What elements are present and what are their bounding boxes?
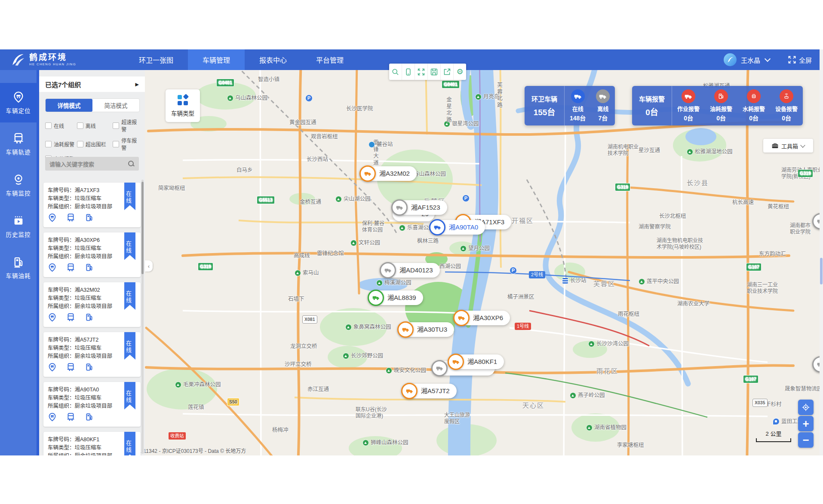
org-selector[interactable]: 已选7个组织 ▶ [39,76,145,92]
locate-button[interactable] [798,400,814,415]
vehicle-marker[interactable]: 湘A90TA0 [430,220,485,235]
search-input[interactable]: 请输入关键字搜索 [45,157,139,171]
nav-item-report-center[interactable]: 报表中心 [245,49,301,70]
map-label-place: 观音岩枢纽 [311,134,338,140]
offline-label: 离线 [597,104,608,113]
car-pin-icon[interactable] [48,412,57,422]
toolbox-button[interactable]: 工具箱 [763,139,813,153]
fullscreen-button[interactable]: 全屏 [788,55,812,64]
fuel-pump-icon[interactable] [85,363,94,372]
mobile-icon[interactable] [402,64,415,80]
car-pin-icon[interactable] [48,263,57,272]
map-label-park: 象鼻窝森林公园 [345,324,391,330]
zoom-in-button[interactable]: + [798,416,814,431]
bus-icon[interactable] [66,313,75,322]
search-icon[interactable] [128,160,135,167]
vehicle-marker[interactable]: 湘A57JT2 [402,384,457,398]
park-icon [335,196,342,202]
settings-gear-icon[interactable]: ⚙ [454,64,466,80]
vehicle-marker[interactable]: 湘A30XP6 [454,311,510,325]
save-icon[interactable] [428,64,441,80]
vehicle-card[interactable]: 车牌号码：湘A57JT2 车辆类型：垃圾压缩车 所属组织：厨余垃圾项目部 在线 [43,332,141,377]
park-icon [588,341,595,347]
car-pin-icon[interactable] [48,363,57,372]
vehicle-marker[interactable]: 湘A80KF1 [448,354,504,369]
vehicle-card[interactable]: 车牌号码：湘A30XP6 车辆类型：垃圾压缩车 所属组织：厨余垃圾项目部 在线 [43,232,141,277]
vehicle-type-button[interactable]: 车辆类型 [166,89,200,122]
park-icon [687,149,693,155]
park-icon [399,225,405,231]
filter-fence-alarm[interactable]: 超出围栏 [77,137,113,151]
checkbox[interactable] [113,122,119,129]
vehicle-marker[interactable]: 湘AF1523 [392,200,447,215]
fuel-pump-icon[interactable] [85,263,94,272]
park-icon [175,382,181,388]
filter-label: 在线 [54,122,64,129]
sidebar-item-vehicle-location[interactable]: 车辆定位 [0,83,37,122]
bus-icon[interactable] [66,412,75,422]
bus-icon[interactable] [66,213,75,222]
fuel-pump-icon[interactable] [85,213,94,222]
vehicle-marker[interactable]: 湘A30TU3 [398,322,454,337]
video-play-icon [12,215,25,227]
bus-icon[interactable] [66,363,75,372]
map-label-park: 湖南省植物园 [586,425,626,431]
filter-online[interactable]: 在线 [45,118,77,133]
expand-icon[interactable] [415,64,428,80]
online-count: 148台 [570,113,586,122]
car-pin-icon[interactable] [48,213,57,222]
nav-item-vehicle-management[interactable]: 车辆管理 [188,49,245,70]
alarm-count: 0台 [782,113,791,122]
vehicle-marker[interactable]: 湘AL8839 [369,290,423,305]
nav-item-platform-management[interactable]: 平台管理 [301,49,358,70]
avatar[interactable] [724,53,737,66]
vehicle-card[interactable]: 车牌号码：湘A71XF3 车辆类型：垃圾压缩车 所属组织：厨余垃圾项目部 在线 [43,183,141,227]
checkbox[interactable] [77,122,83,129]
zoom-search-icon[interactable] [389,64,402,80]
panel-collapse-button[interactable]: ‹ [145,260,153,272]
checkbox[interactable] [113,141,119,147]
nav-item-overview-map[interactable]: 环卫一张图 [124,49,188,70]
vehicle-card[interactable]: 车牌号码：湘A80KF1 车辆类型：垃圾压缩车 所属组织：厨余垃圾项目部 在线 [43,432,141,455]
fuel-pump-icon[interactable] [85,313,94,322]
zoom-out-button[interactable]: − [798,432,814,448]
map-label-place: 长沙医学院 [346,106,373,112]
checkbox[interactable] [45,141,52,147]
vehicle-card[interactable]: 车牌号码：湘A90TA0 车辆类型：垃圾压缩车 所属组织：厨余垃圾项目部 在线 [43,382,141,427]
park-icon [639,278,645,285]
map-canvas[interactable]: 智造小镇G0401G0401松雅湖互通乌山森林公园月亮岛P长沙医学院黄金园互通银… [37,70,823,455]
map-label-vertical: 金星北路 [445,97,451,123]
list-scrollbar-thumb[interactable] [141,182,144,274]
sidebar-item-vehicle-monitor[interactable]: 车辆监控 [0,165,37,205]
map-label-place: 石墙下 [288,296,304,302]
checkbox[interactable] [77,141,83,147]
map-label-place: 高成线 [294,253,310,259]
vehicle-marker[interactable]: 湘A32M02 [360,166,417,181]
top-margin [0,0,823,49]
page-scrollbar[interactable] [820,49,823,455]
map-label-district: 开福区 [512,217,534,224]
tab-simple-mode[interactable]: 简洁模式 [92,99,139,112]
filter-fuel-alarm[interactable]: 油耗报警 [45,137,77,151]
user-name[interactable]: 王水晶 [741,55,760,64]
vehicle-marker[interactable]: 湘AD40123 [381,263,440,278]
map-label-park: 乌山森林公园 [227,95,267,101]
sidebar-item-vehicle-fuel[interactable]: 车辆油耗 [0,248,37,287]
chevron-down-icon[interactable] [765,56,771,62]
sidebar-item-history-monitor[interactable]: 历史监控 [0,207,37,246]
filter-parking-alarm[interactable]: 停车报警 [113,137,142,151]
vehicle-card[interactable]: 车牌号码：湘A32M02 车辆类型：垃圾压缩车 所属组织：厨余垃圾项目部 在线 [43,282,141,327]
export-icon[interactable] [441,64,454,80]
expand-right-icon[interactable]: ▶ [135,82,139,87]
bus-icon[interactable] [66,263,75,272]
fuel-pump-icon[interactable] [85,412,94,422]
car-pin-icon [12,91,25,103]
checkbox[interactable] [45,122,52,129]
filter-speeding-alarm[interactable]: 超速报警 [113,118,142,133]
tab-detail-mode[interactable]: 详情模式 [46,99,92,112]
page-scrollbar-thumb[interactable] [820,258,823,284]
sidebar-item-vehicle-track[interactable]: 车辆轨迹 [0,124,37,164]
car-pin-icon[interactable] [48,313,57,322]
toolbox-icon [772,143,778,149]
filter-offline[interactable]: 离线 [77,118,113,133]
